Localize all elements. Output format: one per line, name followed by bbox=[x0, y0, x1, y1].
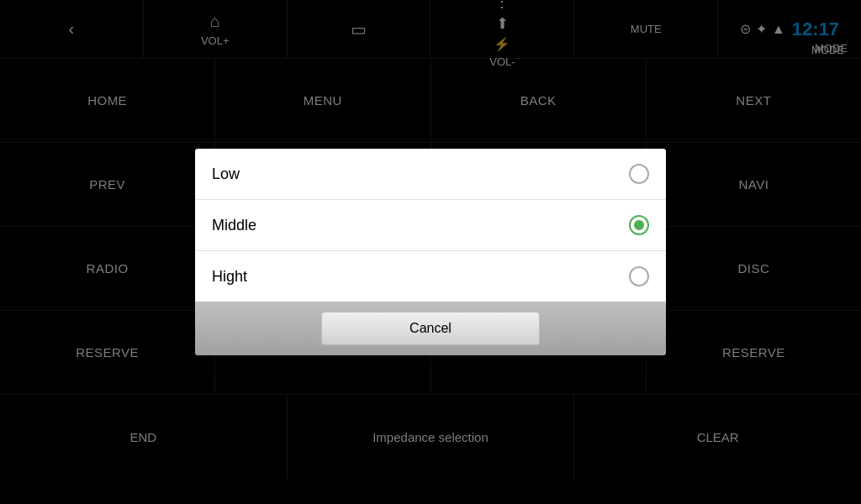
radio-middle[interactable] bbox=[629, 215, 649, 235]
modal-footer: Cancel bbox=[195, 302, 666, 355]
modal-options: Low Middle Hight bbox=[195, 149, 666, 302]
radio-low[interactable] bbox=[629, 164, 649, 184]
modal-dialog: Low Middle Hight Cancel bbox=[195, 149, 666, 355]
modal-overlay: Low Middle Hight Cancel bbox=[0, 0, 861, 504]
cancel-button[interactable]: Cancel bbox=[321, 312, 540, 345]
option-middle-label: Middle bbox=[212, 217, 256, 234]
option-low[interactable]: Low bbox=[195, 149, 666, 200]
option-low-label: Low bbox=[212, 165, 240, 183]
option-high[interactable]: Hight bbox=[195, 251, 666, 302]
option-high-label: Hight bbox=[212, 268, 247, 286]
radio-high[interactable] bbox=[629, 266, 649, 286]
option-middle[interactable]: Middle bbox=[195, 200, 666, 251]
